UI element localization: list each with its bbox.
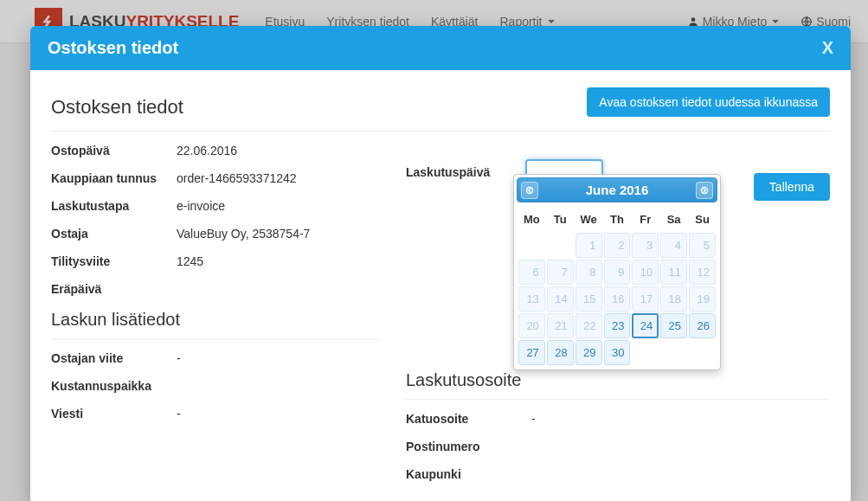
value-billing-method: e-invoice — [177, 199, 225, 213]
datepicker-day: 11 — [660, 260, 687, 285]
datepicker-day[interactable]: 23 — [604, 313, 631, 338]
open-in-new-window-button[interactable]: Avaa ostoksen tiedot uudessa ikkunassa — [587, 87, 830, 117]
datepicker-day: 16 — [604, 286, 631, 312]
datepicker-day: 4 — [660, 233, 687, 258]
label-message: Viesti — [51, 407, 177, 421]
value-merchant-id: order-1466593371242 — [177, 171, 297, 185]
datepicker-day: 20 — [518, 313, 545, 338]
value-buyer-ref: - — [177, 351, 181, 365]
row-merchant-id: Kauppiaan tunnus order-1466593371242 — [51, 171, 380, 185]
label-buyer: Ostaja — [51, 227, 177, 241]
datepicker-day: 2 — [604, 233, 631, 258]
datepicker-day: 8 — [575, 260, 602, 285]
row-billing-method: Laskutustapa e-invoice — [51, 199, 380, 213]
row-buyer: Ostaja ValueBuy Oy, 2538754-7 — [51, 227, 380, 241]
datepicker-day: 18 — [660, 286, 687, 312]
datepicker-day: 9 — [604, 260, 631, 285]
datepicker-dow: We — [575, 208, 602, 231]
datepicker-day: 21 — [547, 313, 574, 338]
divider — [51, 338, 380, 339]
row-settlement-ref: Tilitysviite 1245 — [51, 254, 380, 268]
datepicker-dow: Fr — [632, 208, 659, 231]
datepicker-day[interactable]: 28 — [547, 340, 574, 365]
datepicker-dow: Tu — [547, 208, 574, 231]
row-buyer-ref: Ostajan viite - — [51, 351, 380, 365]
divider — [406, 399, 830, 400]
datepicker-day: 5 — [689, 233, 716, 258]
datepicker-day[interactable]: 24 — [632, 313, 659, 338]
label-merchant-id: Kauppiaan tunnus — [51, 171, 177, 185]
datepicker-dow: Su — [689, 208, 716, 231]
datepicker-day: 7 — [547, 260, 574, 285]
datepicker-table: MoTuWeThFrSaSu 1234567891011121314151617… — [517, 206, 717, 367]
label-city: Kaupunki — [406, 467, 531, 481]
subheading-billing-address: Laskutusosoite — [406, 370, 830, 390]
datepicker-day: 22 — [575, 313, 602, 338]
datepicker-day: 12 — [689, 260, 716, 285]
datepicker-day[interactable]: 30 — [604, 340, 631, 365]
details-right: Laskutuspäivä Tallenna June 2016 — [406, 144, 830, 495]
label-buyer-ref: Ostajan viite — [51, 351, 177, 365]
label-invoice-date: Laskutuspäivä — [406, 165, 510, 179]
row-message: Viesti - — [51, 407, 380, 421]
datepicker-day: 14 — [547, 286, 574, 312]
datepicker-day: 19 — [689, 286, 716, 312]
datepicker-dow: Mo — [518, 208, 545, 231]
value-street: - — [531, 412, 536, 426]
datepicker-day: 1 — [575, 233, 602, 258]
modal-header: Ostoksen tiedot X — [30, 26, 851, 70]
datepicker-day[interactable]: 29 — [575, 340, 602, 365]
label-due-date: Eräpäivä — [51, 282, 177, 296]
subheading-extra-info: Laskun lisätiedot — [51, 310, 380, 330]
datepicker-header: June 2016 — [517, 177, 717, 202]
row-due-date: Eräpäivä — [51, 282, 380, 296]
row-postal: Postinumero — [406, 440, 830, 453]
value-message: - — [177, 407, 181, 421]
value-settlement-ref: 1245 — [177, 254, 203, 268]
datepicker-prev-icon[interactable] — [521, 182, 538, 199]
datepicker: June 2016 MoTuWeThFrSaSu 123456789101112… — [513, 174, 721, 370]
datepicker-day[interactable]: 27 — [518, 340, 545, 365]
purchase-details-modal: Ostoksen tiedot X Avaa ostoksen tiedot u… — [30, 26, 851, 501]
modal-body: Avaa ostoksen tiedot uudessa ikkunassa O… — [30, 70, 851, 501]
datepicker-day: 17 — [632, 286, 659, 312]
row-cost-center: Kustannuspaikka — [51, 379, 380, 393]
datepicker-day: 15 — [575, 286, 602, 312]
datepicker-day[interactable]: 26 — [689, 313, 716, 338]
label-cost-center: Kustannuspaikka — [51, 379, 177, 393]
datepicker-day: 10 — [632, 260, 659, 285]
datepicker-day: 13 — [518, 286, 545, 312]
row-city: Kaupunki — [406, 467, 830, 481]
close-icon[interactable]: X — [822, 38, 833, 58]
datepicker-day: 3 — [632, 233, 659, 258]
value-buyer: ValueBuy Oy, 2538754-7 — [177, 227, 310, 241]
label-street: Katuosoite — [406, 412, 531, 426]
divider — [51, 131, 830, 132]
details-left: Ostopäivä 22.06.2016 Kauppiaan tunnus or… — [51, 144, 380, 495]
save-button[interactable]: Tallenna — [754, 173, 830, 201]
row-street: Katuosoite - — [406, 412, 830, 426]
row-purchase-date: Ostopäivä 22.06.2016 — [51, 144, 380, 157]
datepicker-month: June 2016 — [586, 183, 649, 197]
datepicker-day: 6 — [518, 260, 545, 285]
label-settlement-ref: Tilitysviite — [51, 254, 177, 268]
datepicker-next-icon[interactable] — [696, 182, 713, 199]
label-billing-method: Laskutustapa — [51, 199, 177, 213]
label-postal: Postinumero — [406, 440, 531, 453]
datepicker-day[interactable]: 25 — [660, 313, 687, 338]
value-purchase-date: 22.06.2016 — [177, 144, 237, 157]
datepicker-dow: Sa — [660, 208, 687, 231]
datepicker-dow: Th — [604, 208, 631, 231]
label-purchase-date: Ostopäivä — [51, 144, 177, 157]
modal-title: Ostoksen tiedot — [48, 38, 178, 58]
